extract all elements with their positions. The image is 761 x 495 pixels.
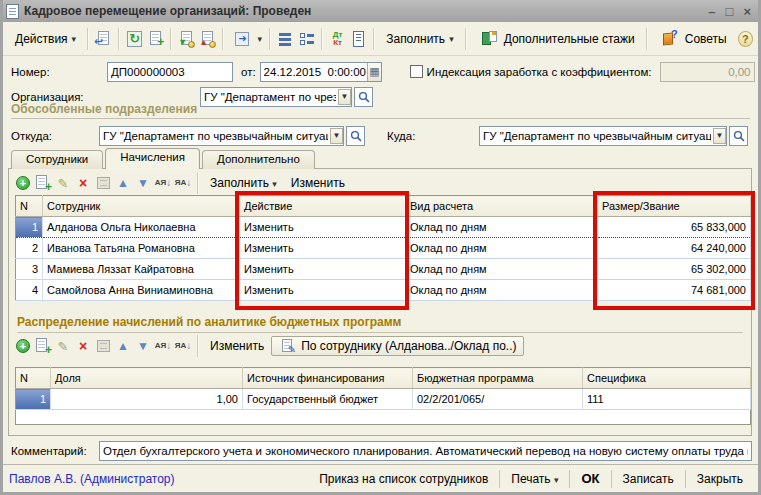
distribution-edit-button[interactable]: Изменить (203, 336, 271, 356)
distribution-header-row: N Доля Источник финансирования Бюджетная… (16, 368, 751, 389)
close-button[interactable]: Закрыть (688, 468, 752, 490)
move-up-icon[interactable]: ▲ (114, 174, 132, 192)
chevron-down-icon: ▾ (257, 35, 262, 43)
move-down-icon[interactable]: ▼ (134, 337, 152, 355)
subdivisions-group-header: Обособленные подразделения (11, 102, 750, 119)
accruals-edit-button[interactable]: Изменить (284, 173, 352, 193)
copy-row-icon[interactable]: + (34, 174, 52, 192)
post-with-movements-icon[interactable]: ▼ (178, 30, 195, 48)
list-settings-icon[interactable] (277, 30, 294, 48)
to-lookup-button[interactable] (729, 126, 748, 146)
to-field[interactable]: ▼ (479, 126, 727, 146)
print-button[interactable]: Печать ▾ (502, 468, 567, 490)
experience-document-icon (480, 30, 498, 48)
from-to-row: Откуда: ▼ Куда: ▼ (3, 125, 758, 146)
create-based-icon[interactable]: + (147, 30, 164, 48)
go-to-button[interactable]: ➜ ▾ (228, 26, 265, 52)
magnifier-icon (733, 130, 745, 142)
cancel-posting-icon[interactable]: ▲ (199, 30, 216, 48)
to-label: Куда: (387, 130, 479, 142)
add-row-icon[interactable]: + (14, 174, 32, 192)
number-field[interactable] (107, 62, 233, 82)
title-bar[interactable]: Кадровое перемещение организаций: Провед… (0, 0, 761, 22)
order-list-button[interactable]: Приказ на список сотрудников (310, 468, 497, 490)
to-input[interactable] (483, 127, 711, 145)
from-lookup-button[interactable] (346, 126, 365, 146)
table-row[interactable]: 1 1,00 Государственный бюджет 02/2/201/0… (16, 389, 751, 410)
copy-row-icon[interactable]: + (34, 337, 52, 355)
from-field[interactable]: ▼ (99, 126, 344, 146)
calendar-icon[interactable]: ▦ (367, 63, 380, 81)
table-row[interactable]: 2 Иванова Татьяна Романовна Изменить Окл… (16, 238, 751, 259)
current-user-link[interactable]: Павлов А.В. (Администратор) (9, 472, 310, 486)
comment-field[interactable] (99, 441, 752, 461)
indexation-coefficient-field: 0,00 (660, 62, 755, 82)
save-button[interactable]: Записать (614, 468, 683, 490)
accruals-tab-panel: + + ✎ × ▲ ▼ АЯ↓ ЯА↓ Заполнить ▾ Изменить… (8, 168, 752, 436)
tips-button[interactable]: ? Советы (652, 26, 734, 52)
distribution-toolbar: + + ✎ × ▲ ▼ АЯ↓ ЯА↓ Изменить ✎ По сотруд… (9, 334, 751, 358)
chevron-down-icon: ▾ (554, 475, 559, 485)
tab-employees[interactable]: Сотрудники (11, 150, 103, 169)
table-row[interactable]: 4 Самойлова Анна Виниаминовна Изменить О… (16, 280, 751, 301)
document-window: Кадровое перемещение организаций: Провед… (0, 0, 761, 495)
tab-strip: Сотрудники Начисления Дополнительно (11, 148, 317, 169)
comment-row: Комментарий: (3, 440, 758, 461)
fill-button[interactable]: Заполнить ▾ (379, 28, 460, 50)
sort-ascending-icon[interactable]: АЯ↓ (154, 337, 172, 355)
window-title: Кадровое перемещение организаций: Провед… (24, 4, 703, 18)
by-employee-button[interactable]: ✎ По сотруднику (Алданова../Оклад по..) (271, 336, 524, 356)
comment-label: Комментарий: (11, 445, 99, 457)
checkbox-list-icon[interactable] (298, 30, 315, 48)
finish-edit-icon[interactable] (94, 174, 112, 192)
date-input[interactable] (264, 63, 368, 81)
sort-ascending-icon[interactable]: АЯ↓ (154, 174, 172, 192)
indexation-label: Индексация заработка с коэффициентом: (427, 66, 652, 78)
accruals-toolbar: + + ✎ × ▲ ▼ АЯ↓ ЯА↓ Заполнить ▾ Изменить (9, 171, 751, 195)
accruals-table-wrap: N Сотрудник Действие Вид расчета Размер/… (15, 195, 751, 301)
minimize-icon[interactable]: – (708, 5, 715, 18)
move-up-icon[interactable]: ▲ (114, 337, 132, 355)
distribution-table-wrap: N Доля Источник финансирования Бюджетная… (15, 367, 751, 425)
table-filler-row (16, 410, 751, 425)
add-row-icon[interactable]: + (14, 337, 32, 355)
delete-row-icon[interactable]: × (74, 337, 92, 355)
actions-button[interactable]: Действия ▾ (8, 28, 83, 50)
date-field[interactable]: ▦ (260, 62, 382, 82)
from-input[interactable] (103, 127, 328, 145)
header-fields-row: Номер: от: ▦ Индексация заработка с коэф… (3, 61, 758, 82)
finish-edit-icon[interactable] (94, 337, 112, 355)
by-employee-filter-icon: ✎ (281, 339, 295, 353)
extra-experience-button[interactable]: Дополнительные стажи (471, 26, 642, 52)
accruals-fill-button[interactable]: Заполнить ▾ (203, 173, 284, 193)
chevron-down-icon[interactable]: ▼ (330, 128, 343, 144)
number-label: Номер: (11, 66, 107, 78)
post-document-icon[interactable]: ↻ (126, 30, 143, 48)
chevron-down-icon: ▾ (272, 179, 277, 189)
magnifier-icon (358, 91, 370, 103)
from-label: Откуда: (11, 130, 99, 142)
dt-kt-postings-icon[interactable]: Дт Кт (329, 30, 346, 48)
edit-row-icon[interactable]: ✎ (54, 174, 72, 192)
delete-row-icon[interactable]: × (74, 174, 92, 192)
comment-input[interactable] (103, 442, 748, 460)
number-input[interactable] (111, 63, 229, 81)
document-register-icon[interactable] (350, 30, 367, 48)
tab-accruals[interactable]: Начисления (105, 148, 200, 169)
chevron-down-icon: ▾ (72, 35, 77, 43)
table-row[interactable]: 3 Мамиева Ляззат Кайратовна Изменить Окл… (16, 259, 751, 280)
edit-row-icon[interactable]: ✎ (54, 337, 72, 355)
reread-icon[interactable]: ↩ (95, 30, 112, 48)
ok-button[interactable]: ОК (572, 467, 608, 490)
help-icon[interactable]: ? (738, 31, 753, 47)
distribution-table: N Доля Источник финансирования Бюджетная… (15, 367, 751, 425)
maximize-icon[interactable]: □ (726, 5, 734, 18)
sort-descending-icon[interactable]: ЯА↓ (174, 174, 192, 192)
table-row[interactable]: 1 Алданова Ольга Николаевна Изменить Окл… (16, 217, 751, 238)
chevron-down-icon[interactable]: ▼ (713, 128, 726, 144)
sort-descending-icon[interactable]: ЯА↓ (174, 337, 192, 355)
move-down-icon[interactable]: ▼ (134, 174, 152, 192)
close-icon[interactable]: × (743, 5, 751, 18)
tab-additional[interactable]: Дополнительно (202, 150, 315, 169)
indexation-checkbox[interactable] (410, 65, 423, 78)
